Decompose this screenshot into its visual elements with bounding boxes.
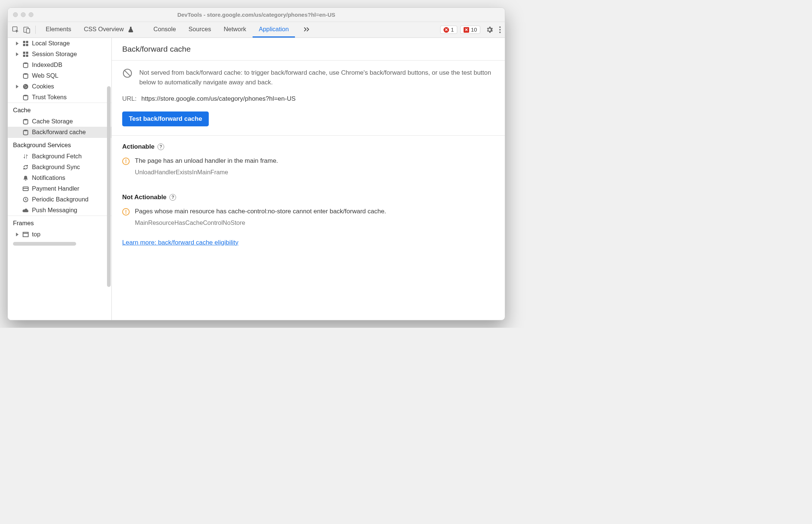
- not-actionable-issue-code: MainResourceHasCacheControlNoStore: [135, 219, 494, 226]
- svg-point-4: [499, 29, 501, 30]
- bell-icon: [22, 175, 29, 181]
- database-icon: [22, 72, 29, 79]
- sidebar-item-label: Cookies: [32, 83, 54, 90]
- sidebar-item-label: Background Fetch: [32, 153, 82, 160]
- learn-more-link[interactable]: Learn more: back/forward cache eligibili…: [122, 239, 238, 246]
- sidebar-item-local-storage[interactable]: Local Storage: [8, 38, 111, 49]
- sidebar-item-label: Payment Handler: [32, 185, 79, 192]
- sidebar-item-websql[interactable]: Web SQL: [8, 70, 111, 81]
- sidebar-group-bgservices: Background Services Background Fetch Bac…: [8, 138, 111, 216]
- panel-title: Back/forward cache: [112, 38, 505, 61]
- tab-console[interactable]: Console: [147, 22, 182, 38]
- sidebar-item-label: IndexedDB: [32, 61, 62, 68]
- database-icon: [22, 118, 29, 125]
- sidebar-scroll[interactable]: Local Storage Session Storage IndexedDB: [8, 38, 111, 320]
- issue-count: 10: [471, 27, 477, 33]
- svg-point-21: [23, 119, 28, 120]
- actionable-heading-text: Actionable: [122, 143, 155, 151]
- sidebar-item-push-messaging[interactable]: Push Messaging: [8, 205, 111, 216]
- tab-application-label: Application: [259, 26, 289, 33]
- tab-sources-label: Sources: [189, 26, 211, 33]
- sidebar-item-bg-fetch[interactable]: Background Fetch: [8, 151, 111, 162]
- sidebar-item-cookies[interactable]: Cookies: [8, 81, 111, 92]
- svg-rect-6: [23, 41, 25, 43]
- tab-css-overview[interactable]: CSS Overview: [78, 22, 140, 38]
- sidebar-item-session-storage[interactable]: Session Storage: [8, 49, 111, 59]
- not-actionable-heading-text: Not Actionable: [122, 194, 166, 201]
- tab-application[interactable]: Application: [253, 22, 295, 38]
- disclosure-icon: [16, 233, 19, 236]
- tab-sources[interactable]: Sources: [182, 22, 218, 38]
- titlebar: DevTools - store.google.com/us/category/…: [8, 8, 505, 22]
- sync-icon: [22, 164, 29, 171]
- svg-rect-25: [23, 232, 28, 237]
- sidebar-item-label: Session Storage: [32, 51, 77, 58]
- sidebar-item-label: Local Storage: [32, 40, 70, 47]
- actionable-issue-msg: The page has an unload handler in the ma…: [135, 157, 278, 165]
- tab-network[interactable]: Network: [217, 22, 253, 38]
- sidebar-item-label: Back/forward cache: [32, 129, 86, 136]
- warning-icon: !: [122, 208, 130, 216]
- sidebar-item-bg-sync[interactable]: Background Sync: [8, 162, 111, 172]
- tab-overflow[interactable]: [295, 22, 316, 38]
- svg-point-14: [23, 62, 28, 64]
- sidebar-item-periodic-bg[interactable]: Periodic Background: [8, 194, 111, 205]
- grid-icon: [22, 51, 29, 58]
- svg-point-3: [499, 26, 501, 28]
- help-icon[interactable]: ?: [169, 194, 176, 201]
- cookie-icon: [22, 83, 29, 90]
- sidebar-item-payment-handler[interactable]: Payment Handler: [8, 183, 111, 194]
- error-count: 1: [451, 27, 454, 33]
- sidebar-vscroll-track: [106, 38, 111, 320]
- settings-gear-icon[interactable]: [485, 26, 494, 34]
- sidebar-item-trust-tokens[interactable]: Trust Tokens: [8, 92, 111, 103]
- bfcache-info-text: Not served from back/forward cache: to t…: [139, 68, 494, 87]
- toolbar-separator: [35, 26, 36, 34]
- svg-rect-10: [23, 52, 25, 54]
- svg-point-20: [23, 95, 28, 96]
- sidebar-item-label: Notifications: [32, 174, 65, 181]
- tab-network-label: Network: [224, 26, 246, 33]
- learn-more-row: Learn more: back/forward cache eligibili…: [112, 237, 505, 257]
- application-sidebar: Local Storage Session Storage IndexedDB: [8, 38, 112, 320]
- cloud-icon: [22, 207, 29, 214]
- device-toolbar-icon[interactable]: [23, 26, 31, 34]
- more-menu-icon[interactable]: [499, 26, 501, 34]
- error-icon: ✕: [444, 27, 449, 33]
- sidebar-group-frames: Frames top: [8, 216, 111, 240]
- actionable-issue-code: UnloadHandlerExistsInMainFrame: [135, 169, 494, 176]
- bfcache-url-row: URL: https://store.google.com/us/categor…: [122, 95, 494, 103]
- window-title: DevTools - store.google.com/us/category/…: [8, 12, 505, 18]
- test-bfcache-button[interactable]: Test back/forward cache: [122, 111, 209, 126]
- sidebar-hscroll-thumb[interactable]: [13, 242, 76, 246]
- sidebar-header-frames: Frames: [8, 216, 111, 229]
- url-label: URL:: [122, 95, 137, 102]
- disclosure-icon: [16, 85, 19, 88]
- sidebar-item-bfcache[interactable]: Back/forward cache: [8, 127, 111, 138]
- tab-elements[interactable]: Elements: [39, 22, 78, 38]
- database-icon: [22, 62, 29, 68]
- issue-icon: ✕: [464, 27, 469, 33]
- disclosure-icon: [16, 52, 19, 56]
- error-badge[interactable]: ✕ 1: [440, 26, 457, 34]
- sidebar-vscroll-thumb[interactable]: [107, 86, 111, 287]
- sidebar-item-indexeddb[interactable]: IndexedDB: [8, 59, 111, 70]
- svg-rect-2: [26, 29, 30, 33]
- svg-point-15: [23, 73, 28, 75]
- issue-badge[interactable]: ✕ 10: [460, 26, 480, 34]
- svg-rect-9: [26, 44, 28, 46]
- sidebar-item-cache-storage[interactable]: Cache Storage: [8, 116, 111, 127]
- sidebar-item-notifications[interactable]: Notifications: [8, 172, 111, 183]
- sidebar-item-frame-top[interactable]: top: [8, 229, 111, 240]
- inspect-element-icon[interactable]: [12, 26, 20, 34]
- sidebar-header-cache: Cache: [8, 103, 111, 116]
- database-icon: [22, 129, 29, 136]
- svg-rect-11: [26, 52, 28, 54]
- not-served-icon: [122, 68, 133, 78]
- svg-point-17: [25, 85, 25, 86]
- help-icon[interactable]: ?: [157, 143, 164, 150]
- section-actionable: Actionable ? ! The page has an unload ha…: [112, 136, 505, 186]
- sidebar-item-label: top: [32, 231, 40, 238]
- flask-icon: [126, 26, 133, 32]
- database-icon: [22, 94, 29, 101]
